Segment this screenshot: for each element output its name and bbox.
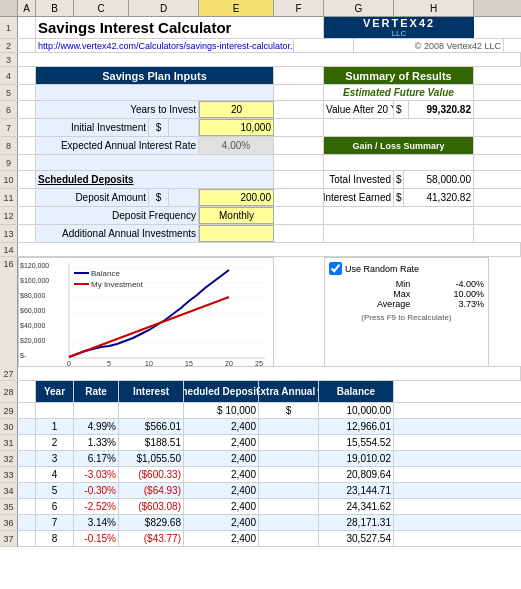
- row-num-10: 10: [0, 171, 18, 188]
- cell-a6: [18, 101, 36, 118]
- td-deposits-8: 2,400: [184, 531, 259, 546]
- td-year-0: [36, 403, 74, 418]
- cell-a9: [18, 155, 36, 170]
- row-14: 14: [0, 243, 521, 257]
- td-rate-8: -0.15%: [74, 531, 119, 546]
- years-label: Years to Invest: [36, 101, 199, 118]
- td-extra-5: [259, 483, 319, 498]
- cell-d11: [169, 189, 199, 206]
- cell-a37: [18, 531, 36, 546]
- row-6: 6 Years to Invest 20 Value After 20 Year…: [0, 101, 521, 119]
- row-num-8: 8: [0, 137, 18, 154]
- freq-input[interactable]: Monthly: [199, 207, 274, 224]
- row-32: 32 3 6.17% $1,055.50 2,400 19,010.02: [0, 451, 521, 467]
- col-header-d: D: [129, 0, 199, 16]
- deposit-input[interactable]: 200.00: [199, 189, 274, 206]
- row-33: 33 4 -3.03% ($600.33) 2,400 20,809.64: [0, 467, 521, 483]
- cell-f12: [274, 207, 324, 224]
- row-num-header: [0, 0, 18, 16]
- row-11: 11 Deposit Amount $ 200.00 Interest Earn…: [0, 189, 521, 207]
- cell-a11: [18, 189, 36, 206]
- row-num-6: 6: [0, 101, 18, 118]
- cell-a28: [18, 381, 36, 402]
- cell-f5: [274, 85, 324, 100]
- rate-label: Expected Annual Interest Rate: [36, 137, 199, 154]
- td-deposits-6: 2,400: [184, 499, 259, 514]
- avg-value: 3.73%: [414, 299, 484, 309]
- row-8: 8 Expected Annual Interest Rate 4.00% Ga…: [0, 137, 521, 155]
- svg-text:$100,000: $100,000: [20, 277, 49, 284]
- cell-f9: [274, 155, 324, 170]
- years-input[interactable]: 20: [199, 101, 274, 118]
- row-28: 28 Year Rate Interest Scheduled Deposits…: [0, 381, 521, 403]
- col-header-f: F: [274, 0, 324, 16]
- cell-a8: [18, 137, 36, 154]
- max-value: 10.00%: [414, 289, 484, 299]
- earned-dollar: $: [394, 189, 404, 206]
- cell-f8: [274, 137, 324, 154]
- value-dollar: $: [394, 101, 409, 118]
- value-amount: 99,320.82: [409, 101, 474, 118]
- td-rate-0: [74, 403, 119, 418]
- row-num-32: 32: [0, 451, 18, 466]
- cell-f11: [274, 189, 324, 206]
- td-extra-8: [259, 531, 319, 546]
- svg-text:My Investment: My Investment: [91, 280, 144, 289]
- cell-bcde5: [36, 85, 274, 100]
- td-extra-3: [259, 451, 319, 466]
- gl-header: Gain / Loss Summary: [324, 137, 474, 154]
- row-13: 13 Additional Annual Investments: [0, 225, 521, 243]
- th-deposits: Scheduled Deposits ▼: [184, 381, 259, 402]
- row-num-9: 9: [0, 155, 18, 170]
- row-chart: 16 $120,000 $100,000 $80,000 $60,000 $40…: [0, 257, 521, 367]
- invested-amount: 58,000.00: [404, 171, 474, 188]
- row-35: 35 6 -2.52% ($603.08) 2,400 24,341.62: [0, 499, 521, 515]
- initial-input[interactable]: 10,000: [199, 119, 274, 136]
- freq-label: Deposit Frequency: [36, 207, 199, 224]
- min-row: Min -4.00%: [329, 279, 484, 289]
- cell-gh7: [324, 119, 474, 136]
- row-num-14: 14: [0, 243, 18, 256]
- cell-row14: [18, 243, 521, 256]
- td-deposits-1: 2,400: [184, 419, 259, 434]
- svg-text:$60,000: $60,000: [20, 307, 45, 314]
- td-year-2: 2: [36, 435, 74, 450]
- scheduled-header: Scheduled Deposits: [36, 171, 274, 188]
- td-year-4: 4: [36, 467, 74, 482]
- earned-amount: 41,320.82: [404, 189, 474, 206]
- row-num-chart: 16: [0, 257, 18, 367]
- row-num-28: 28: [0, 381, 18, 402]
- cell-row3: [18, 53, 521, 66]
- td-rate-6: -2.52%: [74, 499, 119, 514]
- col-header-a: A: [18, 0, 36, 16]
- td-deposits-7: 2,400: [184, 515, 259, 530]
- td-balance-6: 24,341.62: [319, 499, 394, 514]
- cell-a5: [18, 85, 36, 100]
- url-link[interactable]: http://www.vertex42.com/Calculators/savi…: [36, 39, 294, 52]
- td-year-1: 1: [36, 419, 74, 434]
- cell-row27: [18, 367, 521, 380]
- td-extra-7: [259, 515, 319, 530]
- row-num-35: 35: [0, 499, 18, 514]
- row-37: 37 8 -0.15% ($43.77) 2,400 30,527.54: [0, 531, 521, 547]
- additional-input[interactable]: [199, 225, 274, 242]
- row-num-2: 2: [0, 39, 18, 52]
- svg-text:$-: $-: [20, 352, 27, 359]
- svg-text:$80,000: $80,000: [20, 292, 45, 299]
- td-rate-5: -0.30%: [74, 483, 119, 498]
- row-num-12: 12: [0, 207, 18, 224]
- row-num-29: 29: [0, 403, 18, 418]
- deposit-dollar: $: [149, 189, 169, 206]
- td-interest-8: ($43.77): [119, 531, 184, 546]
- row-5: 5 Estimated Future Value: [0, 85, 521, 101]
- td-year-6: 6: [36, 499, 74, 514]
- random-rate-checkbox[interactable]: [329, 262, 342, 275]
- row-31: 31 2 1.33% $188.51 2,400 15,554.52: [0, 435, 521, 451]
- min-value: -4.00%: [414, 279, 484, 289]
- row-num-36: 36: [0, 515, 18, 530]
- rate-value: 4.00%: [199, 137, 274, 154]
- td-year-8: 8: [36, 531, 74, 546]
- initial-label: Initial Investment: [36, 119, 149, 136]
- td-interest-1: $566.01: [119, 419, 184, 434]
- row-num-11: 11: [0, 189, 18, 206]
